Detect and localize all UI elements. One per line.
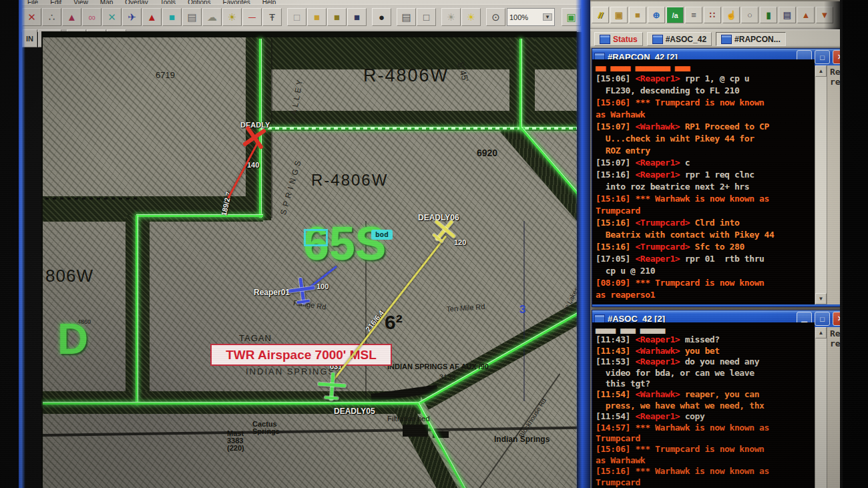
map-label: Reaper01	[254, 288, 290, 296]
chat-text: [15:06] *** Trumpcard is now known	[596, 97, 765, 107]
connect-icon[interactable]: //	[592, 7, 609, 23]
popups-icon[interactable]: ≡	[685, 7, 702, 23]
chat-text: [15:06] *** Trumpcard is now known	[596, 444, 765, 454]
send-file-icon[interactable]: ▲	[797, 7, 815, 23]
maximize-button[interactable]: □	[815, 50, 830, 64]
chat-nick: <Reaper1>	[635, 411, 680, 421]
save-mission-button[interactable]: ■	[327, 8, 347, 26]
globe-icon[interactable]: ⊕	[648, 7, 665, 23]
switchbar-rapcon[interactable]: #RAPCON...	[716, 32, 786, 46]
chat-line: [14:57] *** Warhawk is now known as	[596, 423, 815, 433]
map-scale-combo[interactable]: 100%▼	[507, 8, 555, 26]
url-hand-icon[interactable]: ☝	[722, 7, 740, 23]
print-map-button[interactable]: ▤	[182, 8, 202, 26]
map-data-button[interactable]: ▲	[62, 8, 81, 26]
scroll-up-arrow[interactable]: ▲	[815, 65, 827, 77]
map-label: R-4806W	[363, 67, 449, 85]
chat-nick: <Trumpcard>	[635, 218, 690, 228]
help-books-icon[interactable]: ▮	[760, 7, 777, 23]
aircraft-deadly05[interactable]	[317, 372, 347, 402]
maximize-button[interactable]: □	[815, 312, 830, 326]
dual-monitor-photo: FileEditViewMapOverlayToolsOptionsFavori…	[0, 0, 868, 488]
chat-text: this tgt?	[596, 379, 650, 389]
chat-text: [17:05]	[596, 254, 635, 264]
chevron-down-icon[interactable]: ▼	[543, 13, 552, 21]
print-button[interactable]: ▤	[397, 8, 416, 26]
aliases-icon[interactable]: /a	[666, 7, 684, 23]
airways-button[interactable]: ✈	[122, 8, 142, 26]
remote-icon[interactable]: ∷	[704, 7, 721, 23]
points-tool-button[interactable]: ∴	[42, 8, 61, 26]
threat-button[interactable]: ▲	[142, 8, 162, 26]
chat-nick: <Reaper1>	[635, 170, 680, 180]
chat-text: FL230, descending to FL 210	[596, 85, 739, 95]
chat-text: reaper, you can	[680, 389, 759, 399]
scroll-up-arrow[interactable]: ▲	[815, 327, 827, 338]
chat-text: c	[680, 158, 690, 168]
chat-nick: <Reaper1>	[635, 254, 680, 264]
cloud-overlay-button[interactable]: ☁	[202, 8, 222, 26]
switchbar-status[interactable]: Status	[594, 32, 643, 46]
zoom-tool-button[interactable]: ⊙	[486, 8, 505, 26]
chat-line: into roz beatrice next 2+ hrs	[596, 181, 815, 193]
chat-log[interactable]: ▄▄▄▄ ▄▄▄ ▄▄▄▄▄[11:43] <Reaper1> missed?[…	[592, 322, 815, 488]
dim-button[interactable]: ☀	[441, 8, 461, 26]
chat-text: video for bda, or can we leave	[596, 368, 754, 378]
channels-folder-icon[interactable]: ■	[629, 7, 646, 23]
map-label: R-4806W	[311, 172, 388, 188]
aircraft-deadly[interactable]	[239, 122, 270, 153]
twr-airspace-banner: TWR Airspace 7000' MSL	[210, 344, 392, 366]
chat-text: [15:16]	[596, 242, 635, 252]
options-icon[interactable]: ▣	[610, 7, 628, 23]
map-label: 100	[316, 283, 329, 290]
timer-icon[interactable]: ○	[741, 7, 758, 23]
chat-text: [15:07]	[596, 158, 635, 168]
measure-button[interactable]: ─	[242, 8, 262, 26]
map-label: 3133	[439, 374, 455, 381]
chat-text: Clrd into	[690, 218, 739, 228]
chat-text: [15:16]	[596, 170, 635, 180]
switchbar-asoc42[interactable]: #ASOC_42	[647, 32, 712, 46]
sensor-footprint-icon[interactable]	[304, 229, 328, 246]
window-body: ▄▄▄▄ ▄▄▄ ▄▄▄▄▄[11:43] <Reaper1> missed?[…	[592, 327, 843, 488]
chat-log[interactable]: ▄▄ ▄▄▄▄ ▄▄▄▄▄▄▄ ▄▄▄[15:06] <Reaper1> rpr…	[592, 59, 815, 304]
map-label: TAGAN	[239, 334, 272, 342]
scrollbar[interactable]: ▲▼	[815, 327, 827, 488]
save-button[interactable]: ■	[347, 8, 367, 26]
ibeam-button[interactable]: Ŧ	[262, 8, 282, 26]
chat-nick: <Warhawk>	[635, 389, 680, 399]
chat-line: [15:06] *** Trumpcard is now known	[596, 444, 815, 455]
map-label: Mast 3383 (220)	[227, 430, 244, 452]
scroll-down-arrow[interactable]: ▼	[815, 293, 827, 304]
chat-line: Trumpcard	[596, 477, 815, 488]
sun-gear-button[interactable]: ☀	[222, 8, 242, 26]
chat-text: [15:16]	[596, 218, 635, 228]
airspace-boundary-line	[260, 127, 577, 130]
aircraft-reaper01[interactable]	[286, 276, 316, 306]
map-scale-value: 100%	[509, 13, 528, 21]
lasso-tool-button[interactable]: ∞	[82, 8, 101, 26]
map-viewport[interactable]: 6719R-4806W5°45'VALLEYR-4806WSPRINGS6920…	[41, 31, 577, 488]
datalink-icon[interactable]: bod	[371, 230, 393, 240]
chat-line: ROZ entry	[596, 145, 815, 157]
chat-text: ROZ entry	[596, 146, 650, 156]
image-view-button[interactable]: ■	[162, 8, 182, 26]
open-folder-button[interactable]: ■	[307, 8, 327, 26]
chat-text: [11:43]	[596, 346, 635, 356]
scripts-icon[interactable]: ▤	[779, 7, 796, 23]
expand-tool-button[interactable]: ✕	[102, 8, 122, 26]
map-label: INDIAN SPRINGS AF AUX /90	[387, 363, 489, 371]
chat-text: rpr 01 rtb thru	[680, 254, 764, 264]
chat-window-asoc: #ASOC_42 [2]▁□✕▄▄▄▄ ▄▄▄ ▄▄▄▄▄[11:43] <Re…	[592, 310, 843, 488]
new-file-button[interactable]: □	[287, 8, 306, 26]
chat-text: [15:16] *** Warhawk is now known as	[596, 466, 769, 476]
chat-text: Trumpcard	[596, 433, 640, 443]
scrollbar[interactable]: ▲▼	[815, 65, 827, 304]
channel-window-icon	[600, 35, 610, 44]
chat-line: Beatrix with contact with Pikey 44	[596, 229, 815, 241]
bright-button[interactable]: ☀	[461, 8, 481, 26]
chat-text: [11:54]	[596, 411, 635, 421]
cd-write-button[interactable]: ●	[372, 8, 391, 26]
print-preview-button[interactable]: □	[417, 8, 436, 26]
falconview-screen: FileEditViewMapOverlayToolsOptionsFavori…	[19, 0, 590, 488]
